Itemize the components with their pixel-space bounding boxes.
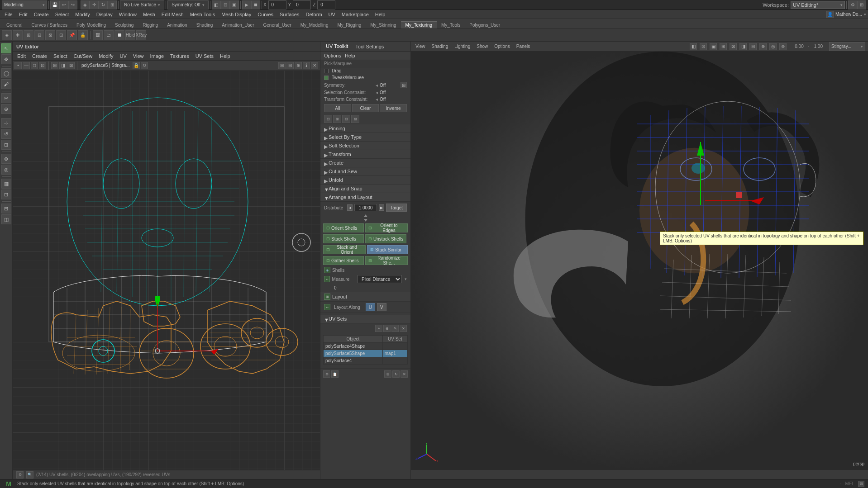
tab-my-modelling[interactable]: My_Modelling xyxy=(296,21,333,28)
uv-menu-help[interactable]: Help xyxy=(217,53,233,59)
stop-btn[interactable]: ⏹ xyxy=(251,0,260,9)
snap-tool[interactable]: ⊡ xyxy=(1,190,11,199)
cam-btn2[interactable]: ⊡ xyxy=(221,0,230,9)
tweak-marquee-option[interactable]: Tweak/Marquee xyxy=(320,74,410,81)
tab-my-texturing[interactable]: My_Texturing xyxy=(401,21,437,28)
vp-icon1[interactable]: ◧ xyxy=(690,43,697,50)
gather-shells-btn[interactable]: ⊡ Gather Shells xyxy=(323,256,364,265)
uv-bot-icon1[interactable]: ⚙ xyxy=(16,471,24,479)
uv-refresh[interactable]: ↻ xyxy=(141,62,148,69)
tab-animation[interactable]: Animation xyxy=(162,21,191,28)
tab-poly-modelling[interactable]: Poly Modelling xyxy=(72,21,110,28)
rotate-btn[interactable]: ↻ xyxy=(99,0,108,9)
uv-canvas[interactable] xyxy=(13,71,320,470)
shelf-icon-tex3[interactable]: 🔲 xyxy=(114,30,124,40)
uv-frame[interactable]: ⊞ xyxy=(51,62,58,69)
tab-polygons-user[interactable]: Polygons_User xyxy=(465,21,505,28)
distribute-down-arrow[interactable]: ◂ xyxy=(347,204,353,211)
table-row[interactable]: polySurface4Shape xyxy=(324,343,408,350)
move-btn[interactable]: ✛ xyxy=(90,0,99,9)
distribute-up-arrow[interactable]: ▶ xyxy=(379,204,384,211)
rotate-tool[interactable]: ↺ xyxy=(1,129,11,139)
paint-tool[interactable]: 🖌 xyxy=(1,79,11,89)
display-menu[interactable]: Display xyxy=(94,12,115,17)
toolkit-tab-toolsettings[interactable]: Tool Settings xyxy=(353,43,386,50)
uv-menu-image[interactable]: Image xyxy=(148,53,167,59)
relax-tool[interactable]: ◎ xyxy=(1,165,11,175)
uvtk-bot-icon4[interactable]: ↻ xyxy=(392,370,400,378)
tab-my-skinning[interactable]: My_Skinning xyxy=(366,21,401,28)
grid-icon-2[interactable]: ⊞ xyxy=(333,115,341,123)
tab-rigging[interactable]: Rigging xyxy=(138,21,162,28)
drag-checkbox[interactable] xyxy=(324,69,329,73)
shelf-icon-move[interactable]: ✚ xyxy=(13,30,23,40)
arrange-layout-section[interactable]: ▼ Arrange and Layout xyxy=(320,193,410,202)
move-tool[interactable]: ⊹ xyxy=(1,118,11,128)
z-field[interactable]: 0 xyxy=(317,0,335,9)
vp-icon8[interactable]: ⊕ xyxy=(759,43,767,50)
orient-to-edges-btn[interactable]: ⊟ Orient to Edges xyxy=(365,223,408,232)
grid-icon-3[interactable]: ⊟ xyxy=(342,115,350,123)
create-menu[interactable]: Create xyxy=(31,12,52,17)
soft-selection-section[interactable]: ▶ Soft Selection xyxy=(320,142,410,150)
file-menu[interactable]: File xyxy=(2,12,15,17)
layout-tool[interactable]: ▦ xyxy=(1,179,11,189)
tab-animation-user[interactable]: Animation_User xyxy=(217,21,258,28)
shelf-icon-uv4[interactable]: ⊡ xyxy=(56,30,66,40)
uvtk-bot-icon2[interactable]: 📋 xyxy=(331,370,339,378)
window-menu[interactable]: Window xyxy=(116,12,139,17)
lasso-tool[interactable]: ◯ xyxy=(1,68,11,78)
uv-sel-vert[interactable]: • xyxy=(14,62,22,69)
x-field[interactable]: 0 xyxy=(268,0,286,9)
orient-shells-btn[interactable]: ⊡ Orient Shells xyxy=(323,223,364,232)
layout-along-u-btn[interactable]: U xyxy=(366,303,375,311)
uv-menu-textures[interactable]: Textures xyxy=(167,53,192,59)
tab-my-tools[interactable]: My_Tools xyxy=(437,21,465,28)
grid-tool[interactable]: ⊟ xyxy=(1,204,11,213)
distribute-value[interactable] xyxy=(354,204,377,211)
dist-down-arrow[interactable] xyxy=(364,219,367,222)
uv-info[interactable]: ℹ xyxy=(303,62,310,69)
tab-general[interactable]: General xyxy=(2,21,27,28)
vp-icon5[interactable]: ⊠ xyxy=(730,43,737,50)
tab-my-rigging[interactable]: My_Rigging xyxy=(333,21,366,28)
tweak-tool[interactable]: ✥ xyxy=(1,54,11,64)
vp-icon2[interactable]: ⊡ xyxy=(700,43,707,50)
shelf-icon-uv3[interactable]: ⊠ xyxy=(45,30,55,40)
target-btn[interactable]: Target xyxy=(386,204,407,212)
tab-sculpting[interactable]: Sculpting xyxy=(110,21,138,28)
uvsets-section-header[interactable]: ▼ UV Sets xyxy=(320,315,410,323)
vp-view-btn[interactable]: View xyxy=(414,44,427,49)
viewport-3d[interactable]: persp X Y Z xyxy=(411,52,868,470)
scale-btn[interactable]: ⊞ xyxy=(108,0,117,9)
y-field[interactable]: 0 xyxy=(293,0,311,9)
select-tool[interactable]: ↖ xyxy=(1,43,11,53)
uv-menu-uvsets[interactable]: UV Sets xyxy=(193,53,216,59)
create-section[interactable]: ▶ Create xyxy=(320,159,410,167)
uvset-copy-btn[interactable]: ⊕ xyxy=(383,325,391,332)
tab-curves-surfaces[interactable]: Curves / Surfaces xyxy=(27,21,72,28)
uv-checkerboard[interactable]: ⊠ xyxy=(67,62,75,69)
uvset-new-btn[interactable]: + xyxy=(375,325,382,332)
shelf-icon-tex2[interactable]: 🗂 xyxy=(104,30,114,40)
uv-menu-uv[interactable]: UV xyxy=(117,53,129,59)
symmetry-extra-btn[interactable]: ⊞ xyxy=(401,82,407,88)
tweak-marquee-checkbox[interactable] xyxy=(324,76,329,80)
surfaces-menu[interactable]: Surfaces xyxy=(277,12,302,17)
user-icon[interactable]: 👤 xyxy=(826,11,834,18)
shelf-icon-select[interactable]: ◈ xyxy=(2,30,12,40)
shelf-icon-hud[interactable]: Hbid xyxy=(125,30,135,40)
uv-snap[interactable]: ⊕ xyxy=(295,62,302,69)
display-tool[interactable]: ◫ xyxy=(1,214,11,224)
edit-menu[interactable]: Edit xyxy=(16,12,30,17)
vp-icon4[interactable]: ⊞ xyxy=(720,43,727,50)
sew-tool[interactable]: ⊕ xyxy=(1,104,11,114)
uv-toolkit-scroll[interactable]: Options Help Pick/Marquee Drag Tweak/Mar… xyxy=(320,52,410,479)
uv-lock[interactable]: 🔒 xyxy=(133,62,140,69)
uvtk-bot-icon3[interactable]: ⊞ xyxy=(384,370,391,378)
vp-options-btn[interactable]: Options xyxy=(492,44,511,49)
settings-icon[interactable]: ⚙ xyxy=(848,0,857,9)
grid-icon[interactable]: ⊞ xyxy=(857,0,866,9)
uv-close[interactable]: ✕ xyxy=(311,62,318,69)
uv-sel-face[interactable]: □ xyxy=(31,62,38,69)
